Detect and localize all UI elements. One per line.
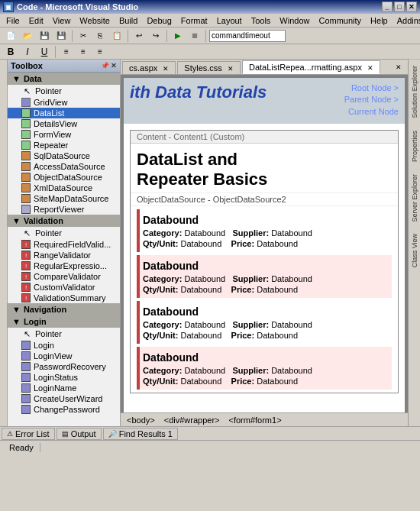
tab-styles-css[interactable]: Styles.css ✕ bbox=[177, 61, 241, 74]
bottom-tab-error-list[interactable]: ⚠ Error List bbox=[2, 428, 55, 440]
category-triangle-validation: ▼ bbox=[12, 216, 21, 225]
toolbox-item-pointer-data[interactable]: ↖ Pointer bbox=[8, 85, 120, 97]
page-content[interactable]: Root Node > Parent Node > Current Node i… bbox=[121, 75, 408, 412]
toolbox-item-rangevalidator[interactable]: ! RangeValidator bbox=[8, 250, 120, 260]
menu-window[interactable]: Window bbox=[275, 15, 314, 26]
toolbox-item-datalist[interactable]: DataList bbox=[8, 108, 120, 118]
toolbox-item-repeater[interactable]: Repeater bbox=[8, 140, 120, 150]
menu-help[interactable]: Help bbox=[366, 15, 393, 26]
tb-align-right[interactable]: ≡ bbox=[92, 45, 108, 59]
close-button[interactable]: ✕ bbox=[406, 2, 417, 12]
side-tab-properties[interactable]: Properties bbox=[409, 125, 420, 168]
tb-run[interactable]: ▶ bbox=[170, 29, 186, 43]
tag-body[interactable]: <body> bbox=[124, 416, 158, 425]
objectdatasource-icon bbox=[21, 173, 31, 182]
bottom-tab-output[interactable]: ▤ Output bbox=[57, 428, 102, 440]
toolbox-item-regularexpression[interactable]: ! RegularExpressio... bbox=[8, 260, 120, 271]
tb-align-center[interactable]: ≡ bbox=[76, 45, 91, 59]
toolbox-item-validationsummary[interactable]: ! ValidationSummary bbox=[8, 293, 120, 303]
side-tab-class-view[interactable]: Class View bbox=[409, 228, 420, 273]
toolbox-item-comparevalidator[interactable]: ! CompareValidator bbox=[8, 271, 120, 282]
toolbox-item-changepassword[interactable]: ChangePassword bbox=[8, 404, 120, 415]
toolbox-item-accessdatasource[interactable]: AccessDataSource bbox=[8, 161, 120, 172]
toolbox-item-passwordrecovery[interactable]: PasswordRecovery bbox=[8, 361, 120, 372]
menu-layout[interactable]: Layout bbox=[212, 15, 247, 26]
tb-paste[interactable]: 📋 bbox=[109, 29, 124, 43]
toolbox-item-pointer-login[interactable]: ↖ Pointer bbox=[8, 328, 120, 340]
toolbox-category-data[interactable]: ▼ Data bbox=[8, 73, 120, 85]
menu-website[interactable]: Website bbox=[75, 15, 115, 26]
close-all-tabs-button[interactable]: ✕ bbox=[391, 60, 406, 74]
menu-community[interactable]: Community bbox=[314, 15, 366, 26]
tb-saveall[interactable]: 💾 bbox=[53, 29, 69, 43]
datalist-item-title: Databound bbox=[143, 212, 389, 228]
toolbox-item-detailsview[interactable]: DetailsView bbox=[8, 118, 120, 129]
side-tab-solution-explorer[interactable]: Solution Explorer bbox=[409, 60, 420, 125]
menu-edit[interactable]: Edit bbox=[24, 15, 48, 26]
menu-tools[interactable]: Tools bbox=[247, 15, 276, 26]
tb-redo[interactable]: ↪ bbox=[148, 29, 163, 43]
toolbox-category-login[interactable]: ▼ Login bbox=[8, 315, 120, 328]
tab-datalist[interactable]: DataListRepea...rmatting.aspx ✕ bbox=[242, 60, 380, 74]
tb-cut[interactable]: ✂ bbox=[76, 29, 91, 43]
title-bar: ▣ Code - Microsoft Visual Studio _ □ ✕ bbox=[0, 0, 420, 14]
menu-file[interactable]: File bbox=[2, 15, 24, 26]
tab-cs-aspx[interactable]: cs.aspx ✕ bbox=[122, 61, 176, 74]
tag-divwrapper[interactable]: <div#wrapper> bbox=[161, 416, 223, 425]
datalist-rows-container: Databound Category: Databound Supplier: … bbox=[131, 209, 398, 390]
bottom-tab-find-results[interactable]: 🔎 Find Results 1 bbox=[103, 428, 178, 440]
menu-bar: File Edit View Website Build Debug Forma… bbox=[0, 14, 420, 27]
toolbox-category-navigation[interactable]: ▼ Navigation bbox=[8, 303, 120, 315]
toolbox-item-loginstatus[interactable]: LoginStatus bbox=[8, 372, 120, 383]
toolbox-item-pointer-validation[interactable]: ↖ Pointer bbox=[8, 227, 120, 239]
side-tab-server-explorer[interactable]: Server Explorer bbox=[409, 168, 420, 228]
detailsview-icon bbox=[21, 119, 31, 128]
toolbox-close-button[interactable]: ✕ bbox=[111, 62, 117, 70]
toolbox-item-xmldatasource[interactable]: XmlDataSource bbox=[8, 183, 120, 193]
tb-save[interactable]: 💾 bbox=[37, 29, 52, 43]
toolbox-item-login[interactable]: Login bbox=[8, 340, 120, 351]
error-list-icon: ⚠ bbox=[7, 430, 13, 438]
toolbox-item-requiredfieldvalidator[interactable]: ! RequiredFieldValid... bbox=[8, 239, 120, 250]
validationsummary-icon: ! bbox=[21, 293, 31, 302]
tb-open[interactable]: 📂 bbox=[20, 29, 35, 43]
toolbox-item-createuserwizard[interactable]: CreateUserWizard bbox=[8, 393, 120, 404]
restore-button[interactable]: □ bbox=[394, 2, 405, 12]
toolbox-item-loginname[interactable]: LoginName bbox=[8, 383, 120, 393]
toolbox-item-loginview[interactable]: LoginView bbox=[8, 351, 120, 361]
toolbox-item-formview[interactable]: FormView bbox=[8, 129, 120, 140]
login-icon bbox=[21, 341, 31, 350]
tb-stop[interactable]: ⏹ bbox=[187, 29, 202, 43]
toolbox-item-customvalidator[interactable]: ! CustomValidator bbox=[8, 282, 120, 293]
tab-close-datalist[interactable]: ✕ bbox=[367, 64, 373, 72]
toolbox-item-reportviewer[interactable]: ReportViewer bbox=[8, 204, 120, 215]
tb-italic[interactable]: I bbox=[20, 45, 35, 59]
minimize-button[interactable]: _ bbox=[382, 2, 393, 12]
editor-area: cs.aspx ✕ Styles.css ✕ DataListRepea...r… bbox=[121, 60, 408, 426]
tab-close-styles[interactable]: ✕ bbox=[228, 65, 234, 73]
tb-copy[interactable]: ⎘ bbox=[92, 29, 108, 43]
tb-align-left[interactable]: ≡ bbox=[59, 45, 74, 59]
tag-formform1[interactable]: <form#form1> bbox=[225, 416, 284, 425]
toolbox-category-validation[interactable]: ▼ Validation bbox=[8, 215, 120, 227]
command-timeout-input[interactable] bbox=[209, 30, 286, 42]
toolbox-item-sqldatasource[interactable]: SqlDataSource bbox=[8, 150, 120, 161]
toolbox-item-sitemapdatasource[interactable]: SiteMapDataSource bbox=[8, 193, 120, 204]
tb-underline[interactable]: U bbox=[37, 45, 52, 59]
menu-debug[interactable]: Debug bbox=[142, 15, 176, 26]
datalist-row: Databound Category: Databound Supplier: … bbox=[137, 255, 392, 298]
title-text: Code - Microsoft Visual Studio bbox=[17, 2, 138, 11]
toolbox-pin-button[interactable]: 📌 bbox=[101, 62, 109, 70]
tb-bold[interactable]: B bbox=[3, 45, 18, 59]
status-ready: Ready bbox=[3, 443, 40, 452]
menu-addins[interactable]: Addins bbox=[393, 15, 420, 26]
content-panel-header: Content - Content1 (Custom) bbox=[131, 131, 398, 144]
menu-view[interactable]: View bbox=[48, 15, 76, 26]
toolbox-item-gridview[interactable]: GridView bbox=[8, 97, 120, 108]
tb-new[interactable]: 📄 bbox=[3, 29, 18, 43]
menu-build[interactable]: Build bbox=[115, 15, 142, 26]
tb-undo[interactable]: ↩ bbox=[131, 29, 147, 43]
toolbox-item-objectdatasource[interactable]: ObjectDataSource bbox=[8, 172, 120, 183]
menu-format[interactable]: Format bbox=[176, 15, 212, 26]
tab-close-cs[interactable]: ✕ bbox=[163, 65, 169, 73]
